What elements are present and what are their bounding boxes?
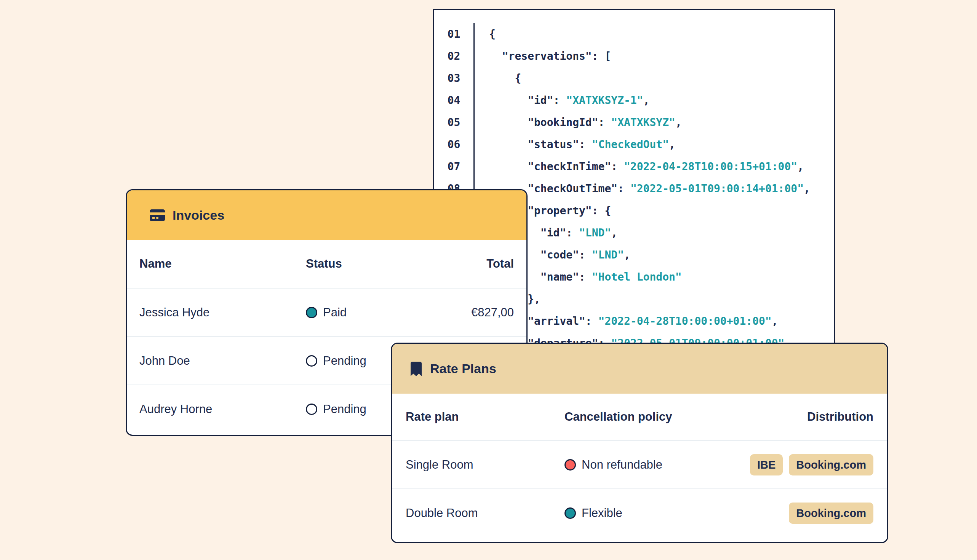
invoices-card-header: Invoices (127, 190, 526, 240)
column-header-cancellation-policy: Cancellation policy (564, 410, 713, 424)
invoice-status-label: Pending (323, 402, 366, 416)
rate-plans-card-header: Rate Plans (392, 344, 887, 393)
status-paid-dot-icon (306, 307, 317, 318)
json-string-value: "LND" (579, 227, 611, 239)
code-line: "id": "XATXKSYZ-1", (489, 90, 834, 112)
line-number: 04 (434, 90, 473, 112)
distribution-badges: IBE Booking.com (713, 454, 873, 475)
json-punctuation: , (797, 160, 804, 173)
rate-plans-card: Rate Plans Rate plan Cancellation policy… (391, 343, 888, 543)
column-header-status: Status (306, 257, 426, 271)
json-punctuation: , (611, 227, 618, 239)
invoice-name: John Doe (139, 354, 306, 368)
code-line: }, (489, 288, 834, 310)
line-number: 02 (434, 45, 473, 67)
cancellation-policy: Flexible (564, 506, 713, 520)
json-string-value: "2022-05-01T09:00:14+01:00" (630, 182, 804, 195)
json-key-text: "reservations": [ (489, 50, 611, 62)
column-header-distribution: Distribution (713, 410, 873, 424)
json-punctuation: , (772, 315, 778, 327)
distribution-badge-booking: Booking.com (789, 503, 873, 524)
json-string-value: "2022-04-28T10:00:00+01:00" (598, 315, 772, 327)
invoice-name: Audrey Horne (139, 402, 306, 416)
json-key-text: "bookingId": (489, 116, 611, 129)
column-header-total: Total (426, 257, 514, 271)
bookmark-icon (411, 362, 422, 376)
marketing-illustration: 01 02 03 04 05 06 07 08 09 10 11 12 13 1… (0, 0, 977, 560)
code-line: "bookingId": "XATXKSYZ", (489, 112, 834, 133)
code-line: { (489, 67, 834, 90)
cancellation-policy: Non refundable (564, 458, 713, 472)
invoices-title: Invoices (172, 208, 224, 223)
json-string-value: "CheckedOut" (592, 138, 669, 151)
invoices-table-header: Name Status Total (127, 240, 526, 288)
code-line: { (489, 23, 834, 45)
distribution-badge-ibe: IBE (750, 454, 783, 475)
status-pending-dot-icon (306, 403, 317, 415)
json-punctuation: , (669, 138, 675, 151)
policy-flexible-dot-icon (564, 507, 576, 519)
json-key-text: "status": (489, 138, 592, 151)
code-line: "id": "LND", (489, 222, 834, 244)
json-string-value: "Hotel London" (592, 271, 682, 283)
json-key-text: { (489, 28, 496, 40)
cancellation-policy-label: Flexible (582, 506, 622, 520)
json-key-text: { (489, 72, 521, 85)
code-line: "status": "CheckedOut", (489, 133, 834, 156)
json-string-value: "2022-04-28T10:00:15+01:00" (624, 160, 797, 173)
line-number: 05 (434, 112, 473, 133)
json-key-text: "checkInTime": (489, 160, 624, 173)
line-number: 03 (434, 67, 473, 90)
json-string-value: "XATXKSYZ-1" (566, 94, 643, 107)
code-line: "code": "LND", (489, 244, 834, 266)
code-line: "checkOutTime": "2022-05-01T09:00:14+01:… (489, 178, 834, 200)
invoice-status: Paid (306, 306, 426, 319)
status-pending-dot-icon (306, 355, 317, 367)
code-line: "property": { (489, 200, 834, 222)
rate-plans-title: Rate Plans (430, 361, 496, 376)
rate-plans-table-header: Rate plan Cancellation policy Distributi… (392, 393, 887, 440)
json-punctuation: , (675, 116, 682, 129)
json-string-value: "XATXKSYZ" (611, 116, 675, 129)
json-key-text: "id": (489, 94, 566, 107)
json-string-value: "LND" (592, 248, 624, 261)
json-punctuation: , (804, 182, 810, 195)
json-punctuation: , (643, 94, 650, 107)
code-line: "arrival": "2022-04-28T10:00:00+01:00", (489, 310, 834, 332)
rate-plan-row: Double Room Flexible Booking.com (392, 488, 887, 537)
credit-card-icon (150, 209, 165, 221)
invoice-status-label: Paid (323, 306, 347, 319)
cancellation-policy-label: Non refundable (582, 458, 662, 472)
code-line: "name": "Hotel London" (489, 266, 834, 288)
rate-plan-row: Single Room Non refundable IBE Booking.c… (392, 440, 887, 488)
code-line: "checkInTime": "2022-04-28T10:00:15+01:0… (489, 156, 834, 178)
line-number: 01 (434, 23, 473, 45)
column-header-name: Name (139, 257, 306, 271)
line-number: 07 (434, 156, 473, 178)
line-number: 06 (434, 133, 473, 156)
code-line: "reservations": [ (489, 45, 834, 67)
column-header-rate-plan: Rate plan (406, 410, 564, 424)
rate-plan-name: Double Room (406, 506, 564, 520)
distribution-badges: Booking.com (713, 503, 873, 524)
invoice-row: Jessica Hyde Paid €827,00 (127, 288, 526, 336)
rate-plan-name: Single Room (406, 458, 564, 472)
json-punctuation: , (624, 248, 630, 261)
invoice-status-label: Pending (323, 354, 366, 368)
invoice-name: Jessica Hyde (139, 306, 306, 319)
policy-non-refundable-dot-icon (564, 459, 576, 470)
invoice-total: €827,00 (426, 306, 514, 319)
distribution-badge-booking: Booking.com (789, 454, 873, 475)
